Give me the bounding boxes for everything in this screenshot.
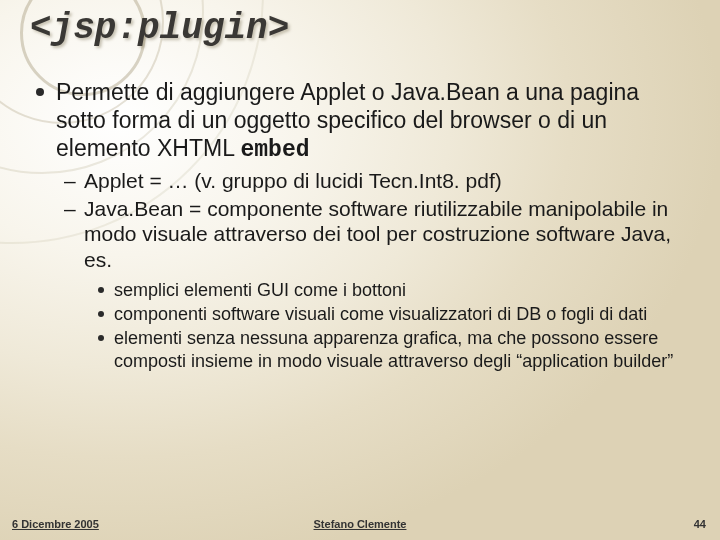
- footer: 6 Dicembre 2005 Stefano Clemente 44: [0, 510, 720, 530]
- bullet-level2: Java.Bean = componente software riutiliz…: [62, 196, 695, 372]
- slide-title: <jsp:plugin>: [30, 8, 289, 49]
- bullet-text: Permette di aggiungere Applet o Java.Bea…: [56, 79, 639, 161]
- bullet-level3: componenti software visuali come visuali…: [94, 303, 695, 325]
- code-embed: embed: [241, 137, 310, 163]
- bullet-level1: Permette di aggiungere Applet o Java.Bea…: [30, 78, 695, 372]
- bullet-level2: Applet = … (v. gruppo di lucidi Tecn.Int…: [62, 168, 695, 194]
- bullet-level3: elementi senza nessuna apparenza grafica…: [94, 327, 695, 372]
- slide: <jsp:plugin> Permette di aggiungere Appl…: [0, 0, 720, 540]
- footer-page-number: 44: [694, 518, 706, 530]
- bullet-level3: semplici elementi GUI come i bottoni: [94, 279, 695, 301]
- bullet-text: Java.Bean = componente software riutiliz…: [84, 197, 671, 271]
- footer-author: Stefano Clemente: [0, 518, 720, 530]
- slide-body: Permette di aggiungere Applet o Java.Bea…: [30, 78, 695, 378]
